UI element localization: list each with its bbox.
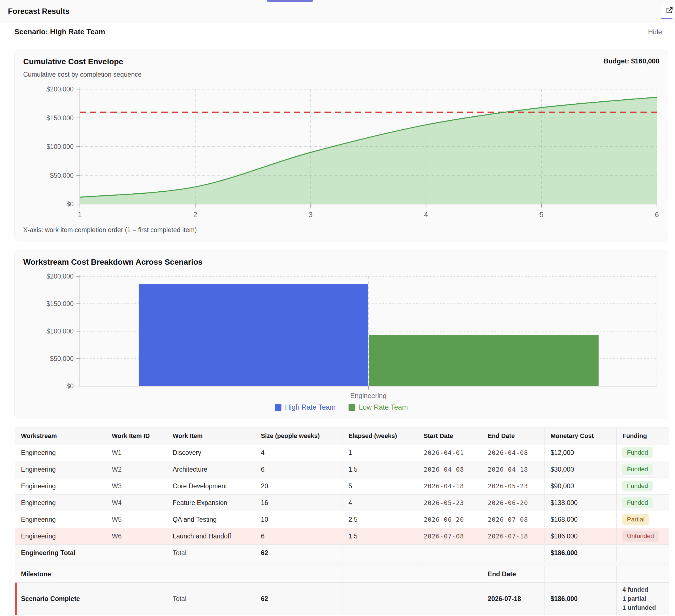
svg-text:Engineering: Engineering <box>350 392 386 399</box>
cumulative-chart-subtitle: Cumulative cost by completion sequence <box>23 71 142 78</box>
svg-text:$200,000: $200,000 <box>47 85 74 93</box>
low-rate-swatch <box>349 404 355 411</box>
cell: Launch and Handoff <box>167 528 255 545</box>
funding-badge: Unfunded <box>622 531 658 542</box>
cell: Engineering <box>15 445 106 461</box>
cumulative-chart: $0$50,000$100,000$150,000$200,000123456 <box>23 85 660 218</box>
milestone-header-row: MilestoneEnd Date <box>15 566 669 583</box>
scenario-header: Scenario: High Rate Team Hide <box>8 23 675 41</box>
start-date: 2026-07-08 <box>418 528 482 545</box>
svg-text:$200,000: $200,000 <box>47 274 74 280</box>
page-title: Forecast Results <box>8 7 70 16</box>
cell: 10 <box>255 511 343 528</box>
column-header-work-item: Work Item <box>167 428 255 445</box>
column-header-end-date: End Date <box>482 428 545 445</box>
work-items-table-wrap: WorkstreamWork Item IDWork ItemSize (peo… <box>15 428 668 615</box>
scenario-complete-label: Scenario Complete <box>15 583 106 615</box>
funding-badge: Partial <box>622 514 649 525</box>
svg-text:2: 2 <box>194 211 197 218</box>
external-link-icon <box>665 6 674 15</box>
cumulative-area-series <box>80 97 657 204</box>
end-date: 2026-07-18 <box>482 528 545 545</box>
cell: Discovery <box>167 445 255 461</box>
breakdown-chart-title: Workstream Cost Breakdown Across Scenari… <box>23 257 659 267</box>
column-header-elapsed-weeks-: Elapsed (weeks) <box>343 428 418 445</box>
cell: 2.5 <box>343 511 418 528</box>
cell: Engineering <box>15 478 106 494</box>
cell: 1 <box>343 445 418 461</box>
start-date: 2026-04-18 <box>418 478 482 494</box>
cumulative-chart-title: Cumulative Cost Envelope <box>23 57 142 66</box>
cell: Engineering <box>15 494 106 511</box>
cell: 6 <box>255 461 343 478</box>
work-item-id: W2 <box>106 461 167 478</box>
cell: Core Development <box>167 478 255 494</box>
svg-text:6: 6 <box>655 211 659 218</box>
scenario-title: Scenario: High Rate Team <box>14 27 105 36</box>
separator-cell <box>15 561 669 566</box>
hide-link[interactable]: Hide <box>648 28 662 36</box>
funding-badge: Funded <box>622 447 653 458</box>
funding-cell: Funded <box>617 461 669 478</box>
cell: 4 <box>343 494 418 511</box>
end-date: 2026-06-20 <box>482 494 545 511</box>
work-item-row-w2: EngineeringW2Architecture61.52026-04-082… <box>15 461 669 478</box>
start-date: 2026-04-01 <box>418 445 482 461</box>
svg-text:$50,000: $50,000 <box>50 355 74 362</box>
column-header-funding: Funding <box>617 428 669 445</box>
cell: QA and Testing <box>167 511 255 528</box>
end-date: 2026-04-08 <box>482 445 545 461</box>
chart-legend: High Rate Team Low Rate Team <box>23 403 659 411</box>
column-header-workstream: Workstream <box>15 428 106 445</box>
cell: 1.5 <box>343 461 418 478</box>
cell: $30,000 <box>545 461 617 478</box>
cell: 1.5 <box>343 528 418 545</box>
milestone-end-date-label: End Date <box>482 566 545 583</box>
svg-text:$100,000: $100,000 <box>47 143 74 150</box>
svg-text:$100,000: $100,000 <box>47 327 74 335</box>
start-date: 2026-06-20 <box>418 511 482 528</box>
milestone-label: Milestone <box>15 566 106 583</box>
cell: Engineering <box>15 461 106 478</box>
cell: Engineering <box>15 528 106 545</box>
funding-badge: Funded <box>622 481 653 491</box>
high-rate-label: High Rate Team <box>285 403 335 411</box>
end-date: 2026-04-18 <box>482 461 545 478</box>
open-external-button[interactable] <box>661 3 675 18</box>
work-item-id: W6 <box>106 528 167 545</box>
legend-item-low-rate: Low Rate Team <box>349 403 408 411</box>
work-item-row-w6: EngineeringW6Launch and Handoff61.52026-… <box>15 528 669 545</box>
legend-item-high-rate: High Rate Team <box>275 403 335 411</box>
work-item-id: W4 <box>106 494 167 511</box>
svg-text:$150,000: $150,000 <box>47 300 74 307</box>
cell: $138,000 <box>545 494 617 511</box>
low-rate-label: Low Rate Team <box>359 403 408 411</box>
scenario-total-cost: $186,000 <box>545 583 617 615</box>
start-date: 2026-05-23 <box>418 494 482 511</box>
svg-text:$150,000: $150,000 <box>47 114 74 122</box>
funding-summary-cell: 4 funded1 partial1 unfunded <box>617 583 669 615</box>
breakdown-chart: $0$50,000$100,000$150,000$200,000Enginee… <box>23 274 660 399</box>
table-header-row: WorkstreamWork Item IDWork ItemSize (peo… <box>15 428 669 445</box>
budget-label: Budget: $160,000 <box>604 57 659 65</box>
funding-cell: Funded <box>617 494 669 511</box>
start-date: 2026-04-08 <box>418 461 482 478</box>
svg-text:$50,000: $50,000 <box>50 172 74 179</box>
scenario-complete-row: Scenario CompleteTotal622026-07-18$186,0… <box>15 583 669 615</box>
cell: 5 <box>343 478 418 494</box>
scenario-panel: Scenario: High Rate Team Hide Cumulative… <box>8 23 675 616</box>
cell: 4 <box>255 445 343 461</box>
x-axis-caption: X-axis: work item completion order (1 = … <box>23 226 659 234</box>
cell: $168,000 <box>545 511 617 528</box>
bar-high-rate-team <box>139 284 368 386</box>
svg-text:$0: $0 <box>66 382 74 390</box>
scenario-end-date: 2026-07-18 <box>482 583 545 615</box>
engineering-total-row: Engineering TotalTotal62$186,000 <box>15 545 669 561</box>
cell: Architecture <box>167 461 255 478</box>
funding-cell: Unfunded <box>617 528 669 545</box>
column-header-work-item-id: Work Item ID <box>106 428 167 445</box>
workstream-breakdown-card: Workstream Cost Breakdown Across Scenari… <box>14 250 668 419</box>
column-header-size-people-weeks-: Size (people weeks) <box>255 428 343 445</box>
work-item-id: W5 <box>106 511 167 528</box>
funding-cell: Funded <box>617 478 669 494</box>
